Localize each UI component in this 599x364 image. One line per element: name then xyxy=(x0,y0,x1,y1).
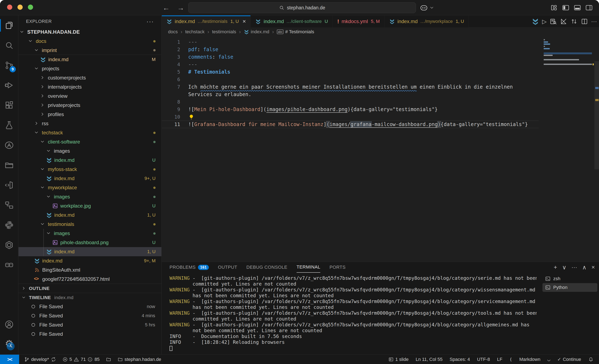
workspace-folder-button[interactable] xyxy=(106,357,111,362)
activity-item-augment-a[interactable] xyxy=(0,135,18,155)
language-mode-status[interactable]: Markdown xyxy=(519,357,540,362)
editor-tab-index.md[interactable]: index.md…/myworkplace1, U xyxy=(385,15,469,27)
tree-item[interactable]: profiles xyxy=(18,110,161,119)
encoding-status[interactable]: UTF-8 xyxy=(477,357,490,362)
git-branch-status[interactable]: develop* xyxy=(24,357,56,362)
open-preview-side-icon[interactable] xyxy=(549,18,557,25)
panel-tab-problems[interactable]: PROBLEMS161 xyxy=(169,262,209,273)
tree-item[interactable]: index.mdM xyxy=(18,55,161,64)
panel-tab-terminal[interactable]: TERMINAL xyxy=(297,262,320,273)
maximize-panel-icon[interactable]: ∧ xyxy=(582,264,587,271)
timeline-section-header[interactable]: TIMELINE index.md xyxy=(18,293,161,302)
tree-item[interactable]: index.mdU xyxy=(18,156,161,165)
close-panel-icon[interactable]: × xyxy=(591,264,595,271)
tree-item[interactable]: <>googlef727264f56832057.html xyxy=(18,275,161,284)
tree-item[interactable]: client-software xyxy=(18,137,161,146)
explorer-more-actions[interactable]: ··· xyxy=(146,18,154,25)
activity-item-source-control[interactable]: 9 xyxy=(0,55,18,75)
tree-item[interactable]: imprint xyxy=(18,46,161,55)
zoom-window-button[interactable] xyxy=(28,5,33,10)
activity-item-hierarchy[interactable] xyxy=(0,195,18,215)
split-editor-icon[interactable] xyxy=(581,18,588,25)
toggle-panel-icon[interactable] xyxy=(573,3,582,12)
tree-item[interactable]: images xyxy=(18,192,161,201)
code-editor[interactable]: 1---2pdf: false3comments: false4---5# Te… xyxy=(162,36,599,262)
cursor-position-status[interactable]: Ln 11, Col 55 xyxy=(415,357,442,362)
tree-item[interactable]: internalprojects xyxy=(18,82,161,91)
workspace-name-button[interactable]: stephan.hadan.de xyxy=(117,357,161,362)
customize-layout-icon[interactable] xyxy=(549,3,559,12)
command-center-search[interactable]: stephan.hadan.de xyxy=(188,2,416,13)
continue-status[interactable]: ✓ Continue xyxy=(557,357,581,362)
tree-item[interactable]: myworkplace xyxy=(18,183,161,192)
breadcrumb-item[interactable]: techstack xyxy=(185,29,204,35)
remote-indicator[interactable]: >< xyxy=(0,355,19,364)
activity-item-search[interactable] xyxy=(0,35,18,55)
activity-item-python[interactable] xyxy=(0,215,18,235)
activity-item-copilot-faces[interactable] xyxy=(0,255,18,275)
timeline-item[interactable]: File Saved5 hrs xyxy=(18,320,161,329)
terminal-session-python[interactable]: Python xyxy=(542,283,597,292)
timeline-item[interactable]: File Saved4 mins xyxy=(18,311,161,320)
activity-item-folder-view[interactable] xyxy=(0,155,18,175)
more-icon[interactable]: ··· xyxy=(571,264,577,271)
navigate-forward-button[interactable]: → xyxy=(177,4,184,12)
breadcrumb-item[interactable]: index.md xyxy=(244,29,269,35)
minimize-window-button[interactable] xyxy=(18,5,23,10)
terminal-output[interactable]: WARNING - [git-authors-plugin] /var/fold… xyxy=(169,275,537,352)
toggle-primary-sidebar-icon[interactable] xyxy=(561,3,570,12)
new-terminal-icon[interactable]: + xyxy=(554,264,557,271)
tree-item[interactable]: overview xyxy=(18,91,161,101)
activity-item-accounts[interactable] xyxy=(0,315,18,334)
run-icon[interactable]: ▷ xyxy=(542,18,546,25)
tree-item[interactable]: myfoss-stack xyxy=(18,165,161,174)
activity-item-testing[interactable] xyxy=(0,115,18,135)
tree-item[interactable]: rss xyxy=(18,119,161,128)
editor-tab-index.md[interactable]: index.md…/client-softwareU xyxy=(251,15,333,27)
panel-tab-output[interactable]: OUTPUT xyxy=(218,262,237,273)
tree-item[interactable]: images xyxy=(18,229,161,238)
tree-item[interactable]: docs xyxy=(18,37,161,46)
tree-item[interactable]: index.md9+, U xyxy=(18,174,161,183)
navigate-back-button[interactable]: ← xyxy=(163,4,170,12)
tree-item[interactable]: projects xyxy=(18,64,161,73)
tree-item[interactable]: index.md9+, M xyxy=(18,256,161,266)
activity-item-live-server[interactable] xyxy=(0,175,18,195)
eol-status[interactable]: LF xyxy=(497,357,502,362)
tree-item[interactable]: techstack xyxy=(18,128,161,137)
close-window-button[interactable] xyxy=(7,5,12,10)
editor-tab-index.md[interactable]: index.md…/testimonials1, U× xyxy=(162,15,251,27)
breadcrumb-item[interactable]: testimonials xyxy=(212,29,236,35)
markdown-preview-icon[interactable] xyxy=(532,18,539,25)
breadcrumb-item[interactable]: docs xyxy=(168,29,178,35)
activity-item-explorer[interactable] xyxy=(0,15,18,35)
outline-section-header[interactable]: OUTLINE xyxy=(18,284,161,293)
activity-item-hexagon-extension[interactable] xyxy=(0,235,18,255)
tree-item[interactable]: index.md1, U xyxy=(18,211,161,220)
problems-status[interactable]: 5 71 85 xyxy=(62,357,100,362)
tree-item[interactable]: BingSiteAuth.xml xyxy=(18,266,161,275)
tree-item[interactable]: workplace.jpgU xyxy=(18,201,161,211)
tree-item[interactable]: customerprojects xyxy=(18,73,161,82)
tree-item[interactable]: STEPHAN.HADAN.DE xyxy=(18,27,161,37)
lightbulb-icon[interactable] xyxy=(188,114,194,120)
tree-item[interactable]: pihole-dashboard.pngU xyxy=(18,238,161,247)
editor-tab-mkdocs.yml[interactable]: !mkdocs.yml5, M xyxy=(333,15,385,27)
more-actions-icon[interactable]: ··· xyxy=(591,18,597,25)
panel-tab-debug-console[interactable]: DEBUG CONSOLE xyxy=(247,262,287,273)
toggle-secondary-sidebar-icon[interactable] xyxy=(584,3,594,12)
activity-item-extensions[interactable] xyxy=(0,95,18,115)
breadcrumb-item[interactable]: abc# Testimonials xyxy=(277,29,314,35)
panel-tab-ports[interactable]: PORTS xyxy=(329,262,345,273)
sync-scroll-icon[interactable] xyxy=(570,18,578,25)
slides-status[interactable]: 1 slide xyxy=(388,357,409,362)
activity-item-run-and-debug[interactable] xyxy=(0,75,18,95)
timeline-item[interactable]: File Saved xyxy=(18,329,161,339)
open-changes-icon[interactable] xyxy=(560,18,567,25)
activity-item-settings[interactable]: ⚙ xyxy=(0,334,18,353)
close-tab-icon[interactable]: × xyxy=(243,18,246,25)
tree-item[interactable]: testimonials xyxy=(18,220,161,229)
tree-item[interactable]: privateprojects xyxy=(18,101,161,110)
notifications-bell[interactable] xyxy=(588,357,594,362)
launch-profile-icon[interactable]: ∨ xyxy=(562,264,567,271)
